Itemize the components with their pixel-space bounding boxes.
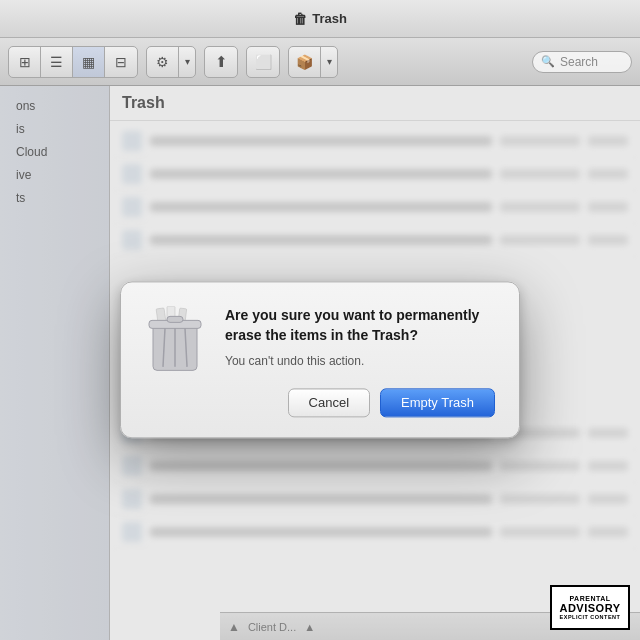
action-group: ⚙ ▾: [146, 46, 196, 78]
tag-group: ⬜: [246, 46, 280, 78]
action-btn[interactable]: ⚙: [147, 47, 179, 77]
list-view-btn[interactable]: ☰: [41, 47, 73, 77]
dialog-buttons: Cancel Empty Trash: [145, 388, 495, 417]
pa-top-text: Parental: [569, 595, 610, 602]
empty-trash-button[interactable]: Empty Trash: [380, 388, 495, 417]
share-group: ⬆: [204, 46, 238, 78]
content-area: ons is Cloud ive ts Trash: [0, 86, 640, 640]
empty-trash-dialog: Are you sure you want to permanently era…: [120, 281, 520, 438]
title-bar: 🗑 Trash: [0, 0, 640, 38]
share-btn[interactable]: ⬆: [205, 47, 237, 77]
dropbox-group: 📦 ▾: [288, 46, 338, 78]
dialog-subtitle: You can't undo this action.: [225, 354, 495, 371]
search-label: Search: [560, 55, 598, 69]
title-trash-icon: 🗑: [293, 11, 307, 27]
title-bar-title: 🗑 Trash: [293, 11, 347, 27]
view-buttons-group: ⊞ ☰ ▦ ⊟: [8, 46, 138, 78]
dialog-title: Are you sure you want to permanently era…: [225, 306, 495, 345]
dialog-text-area: Are you sure you want to permanently era…: [225, 306, 495, 370]
coverflow-view-btn[interactable]: ⊟: [105, 47, 137, 77]
cancel-button[interactable]: Cancel: [288, 388, 370, 417]
toolbar: ⊞ ☰ ▦ ⊟ ⚙ ▾ ⬆ ⬜ 📦 ▾ 🔍 Search: [0, 38, 640, 86]
column-view-btn[interactable]: ▦: [73, 47, 105, 77]
icon-view-btn[interactable]: ⊞: [9, 47, 41, 77]
window-title: Trash: [312, 11, 347, 26]
search-icon: 🔍: [541, 55, 555, 68]
dropbox-arrow-btn[interactable]: ▾: [321, 47, 337, 77]
finder-window: 🗑 Trash ⊞ ☰ ▦ ⊟ ⚙ ▾ ⬆ ⬜ 📦 ▾ 🔍 Search: [0, 0, 640, 640]
search-box[interactable]: 🔍 Search: [532, 51, 632, 73]
parental-advisory-badge: Parental Advisory Explicit Content: [550, 585, 630, 630]
trash-can-icon: [145, 306, 209, 370]
tag-btn[interactable]: ⬜: [247, 47, 279, 77]
dialog-content-area: Are you sure you want to permanently era…: [145, 306, 495, 370]
svg-rect-8: [167, 316, 183, 322]
action-arrow-btn[interactable]: ▾: [179, 47, 195, 77]
pa-bot-text: Explicit Content: [560, 614, 621, 620]
dropbox-btn[interactable]: 📦: [289, 47, 321, 77]
pa-mid-text: Advisory: [559, 602, 620, 614]
